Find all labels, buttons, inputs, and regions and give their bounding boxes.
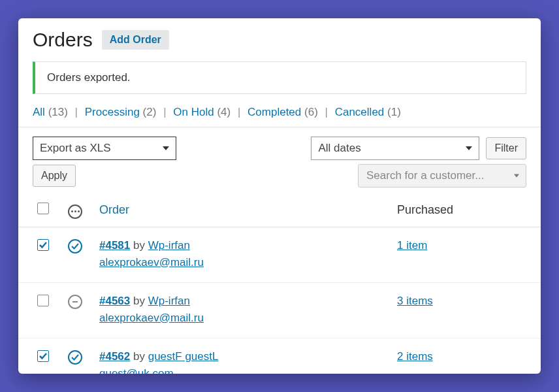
- order-number-link[interactable]: #4563: [99, 295, 130, 307]
- purchased-link[interactable]: 3 items: [397, 295, 433, 307]
- table-row: #4581 by Wp-irfanalexprokaev@mail.ru1 it…: [18, 227, 541, 282]
- column-order[interactable]: Order: [93, 194, 391, 227]
- filter-cancelled[interactable]: Cancelled: [335, 106, 385, 118]
- row-checkbox[interactable]: [37, 350, 49, 362]
- export-format-select[interactable]: Export as XLS: [33, 137, 176, 160]
- toolbar-row-1: Export as XLS All dates Filter: [18, 127, 541, 164]
- date-range-select[interactable]: All dates: [311, 137, 479, 160]
- orders-panel: Orders Add Order Orders exported. All (1…: [18, 18, 541, 374]
- order-author-link[interactable]: Wp-irfan: [148, 295, 190, 307]
- chevron-down-icon: [514, 174, 519, 178]
- status-filter-bar: All (13) | Processing (2) | On Hold (4) …: [18, 103, 541, 127]
- apply-button[interactable]: Apply: [33, 165, 76, 187]
- orders-table: Order Purchased #4581 by Wp-irfanalexpro…: [18, 194, 541, 374]
- add-order-button[interactable]: Add Order: [102, 30, 169, 50]
- order-author-link[interactable]: Wp-irfan: [148, 239, 190, 252]
- order-author-link[interactable]: guestF guestL: [148, 350, 219, 363]
- order-email-link[interactable]: alexprokaev@mail.ru: [99, 256, 384, 269]
- chevron-down-icon: [466, 146, 472, 150]
- filter-all[interactable]: All: [33, 106, 45, 118]
- table-row: #4562 by guestF guestLguest@uk.com2 item…: [18, 338, 541, 374]
- row-checkbox[interactable]: [37, 295, 49, 306]
- on-hold-icon: [68, 295, 82, 309]
- notice-message: Orders exported.: [33, 61, 526, 94]
- toolbar-row-2: Apply Search for a customer...: [18, 164, 541, 194]
- row-checkbox[interactable]: [37, 239, 49, 251]
- table-row: #4563 by Wp-irfanalexprokaev@mail.ru3 it…: [18, 282, 541, 338]
- processing-icon: [68, 239, 82, 253]
- select-all-checkbox[interactable]: [37, 203, 49, 214]
- page-title: Orders: [33, 29, 93, 51]
- customer-search-select[interactable]: Search for a customer...: [358, 164, 526, 188]
- filter-processing[interactable]: Processing: [85, 106, 140, 118]
- column-purchased: Purchased: [391, 194, 541, 227]
- chevron-down-icon: [163, 146, 169, 150]
- order-email-link[interactable]: alexprokaev@mail.ru: [99, 312, 384, 325]
- status-column-icon: [68, 204, 82, 219]
- filter-on-hold[interactable]: On Hold: [173, 106, 214, 118]
- processing-icon: [68, 350, 82, 365]
- order-number-link[interactable]: #4562: [99, 350, 130, 363]
- order-number-link[interactable]: #4581: [99, 239, 130, 252]
- purchased-link[interactable]: 1 item: [397, 239, 427, 252]
- filter-button[interactable]: Filter: [486, 137, 526, 159]
- purchased-link[interactable]: 2 items: [397, 350, 433, 363]
- order-email-link[interactable]: guest@uk.com: [99, 367, 384, 374]
- page-header: Orders Add Order: [18, 22, 541, 61]
- filter-completed[interactable]: Completed: [248, 106, 301, 118]
